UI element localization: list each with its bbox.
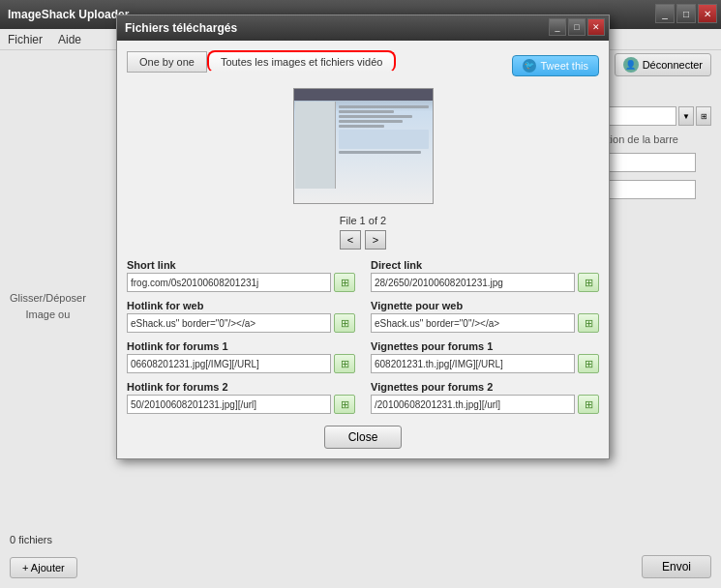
tabs-and-tweet-row: One by one Toutes les images et fichiers… [127, 50, 599, 80]
hotlink-forums2-copy-btn[interactable]: ⊞ [334, 395, 355, 414]
tab2-label: Toutes les images et fichiers vidéo [221, 56, 383, 68]
preview-line6 [339, 151, 421, 154]
vignettes-forums2-input[interactable] [371, 395, 575, 414]
vignettes-forums1-input[interactable] [371, 354, 575, 373]
modal-minimize-button[interactable]: _ [549, 18, 566, 36]
preview-box [339, 130, 429, 149]
modal-close-button[interactable]: ✕ [587, 18, 605, 36]
hotlink-forums1-input[interactable] [127, 354, 331, 373]
right-input[interactable] [599, 153, 696, 172]
tweet-label: Tweet this [540, 60, 588, 72]
hotlink-forums2-input[interactable] [127, 395, 331, 414]
prev-button[interactable]: < [340, 230, 361, 250]
hotlink-forums1-row: ⊞ [127, 354, 355, 373]
hotlink-web-input[interactable] [127, 313, 331, 333]
modal-title: Fichiers téléchargés [125, 21, 237, 35]
disconnect-button[interactable]: 👤 Déconnecter [615, 53, 711, 76]
direct-link-row: ⊞ [371, 273, 599, 292]
link-group-vignette-web: Vignette pour web ⊞ [371, 300, 599, 333]
hotlink-forums2-row: ⊞ [127, 395, 355, 414]
direct-link-input[interactable] [371, 273, 575, 292]
preview-line1 [339, 105, 429, 108]
tabs-container: One by one Toutes les images et fichiers… [127, 50, 396, 73]
modal-titlebar: Fichiers téléchargés _ □ ✕ [117, 15, 609, 41]
ajouter-label: + Ajouter [22, 562, 65, 573]
tweet-button[interactable]: 🐦 Tweet this [512, 55, 599, 76]
twitter-icon: 🐦 [523, 59, 536, 73]
vignettes-forums1-copy-btn[interactable]: ⊞ [578, 354, 599, 373]
vignette-web-copy-btn[interactable]: ⊞ [578, 313, 599, 333]
file-counter-text: File 1 of 2 [340, 215, 386, 226]
preview-area [127, 88, 599, 207]
vignettes-forums2-copy-btn[interactable]: ⊞ [578, 395, 599, 414]
link-group-vignettes-forums1: Vignettes pour forums 1 ⊞ [371, 340, 599, 373]
preview-titlebar [294, 89, 433, 101]
preview-line2 [339, 110, 394, 113]
modal-titlebar-controls: _ □ ✕ [549, 18, 605, 36]
resolution-label: lution de la barre [599, 133, 711, 145]
copy-icon-direct: ⊞ [585, 277, 593, 289]
vignettes-forums1-row: ⊞ [371, 354, 599, 373]
copy-icon-hotlink-f1: ⊞ [341, 358, 349, 370]
combo-row: ▼ ⊞ [599, 106, 711, 126]
envoi-button[interactable]: Envoi [642, 555, 711, 578]
tab-one-by-one[interactable]: One by one [127, 51, 207, 73]
close-modal-label: Close [348, 430, 378, 444]
preview-line3 [339, 115, 412, 118]
envoi-label: Envoi [662, 560, 691, 573]
combo-extra[interactable]: ⊞ [696, 106, 711, 126]
link-group-hotlink-web: Hotlink for web ⊞ [127, 300, 355, 333]
link-group-vignettes-forums2: Vignettes pour forums 2 ⊞ [371, 381, 599, 414]
vignettes-forums1-label: Vignettes pour forums 1 [371, 340, 599, 352]
prev-icon: < [347, 234, 353, 246]
copy-icon-vignettes-f1: ⊞ [585, 358, 593, 370]
preview-line4 [339, 120, 403, 123]
preview-inner-content [294, 89, 433, 203]
nav-buttons: < > [127, 230, 599, 250]
vignette-web-input[interactable] [371, 313, 575, 333]
short-link-row: ⊞ [127, 273, 355, 292]
right-input2[interactable] [599, 180, 696, 199]
menu-fichier[interactable]: Fichier [8, 33, 43, 46]
combo-dropdown[interactable]: ▼ [678, 106, 694, 126]
hotlink-forums1-copy-btn[interactable]: ⊞ [334, 354, 355, 373]
close-modal-button[interactable]: Close [324, 426, 403, 449]
copy-icon-hotlink-web: ⊞ [341, 317, 349, 330]
tab1-label: One by one [139, 56, 195, 68]
preview-line5 [339, 125, 384, 128]
close-app-button[interactable]: ✕ [698, 4, 717, 23]
drop-label: Glisser/DéposerImage ou [10, 290, 86, 322]
vignettes-forums2-row: ⊞ [371, 395, 599, 414]
file-counter: File 1 of 2 [127, 215, 599, 226]
short-link-copy-btn[interactable]: ⊞ [334, 273, 355, 292]
app-title: ImageShack Uploader [8, 8, 129, 21]
link-group-hotlink-forums2: Hotlink for forums 2 ⊞ [127, 381, 355, 414]
link-group-hotlink-forums1: Hotlink for forums 1 ⊞ [127, 340, 355, 373]
minimize-button[interactable]: _ [655, 4, 675, 23]
copy-icon-vignettes-f2: ⊞ [585, 398, 593, 411]
zero-files-label: 0 fichiers [10, 534, 52, 545]
preview-sidebar [295, 102, 336, 189]
next-icon: > [373, 234, 378, 246]
short-link-label: Short link [127, 259, 355, 271]
short-link-input[interactable] [127, 273, 331, 292]
direct-link-copy-btn[interactable]: ⊞ [578, 273, 599, 292]
file-count: 0 fichiers [10, 534, 52, 545]
ajouter-button[interactable]: + Ajouter [10, 557, 77, 578]
hotlink-web-row: ⊞ [127, 313, 355, 333]
vignette-web-label: Vignette pour web [371, 300, 599, 311]
combo-input[interactable] [599, 106, 676, 126]
vignette-web-row: ⊞ [371, 313, 599, 333]
maximize-button[interactable]: □ [676, 4, 696, 23]
modal-maximize-button[interactable]: □ [568, 18, 586, 36]
menu-aide[interactable]: Aide [58, 33, 81, 46]
hotlink-web-copy-btn[interactable]: ⊞ [334, 313, 355, 333]
app-titlebar-controls: _ □ ✕ [655, 4, 717, 23]
preview-image [293, 88, 434, 204]
next-button[interactable]: > [365, 230, 386, 250]
links-grid: Short link ⊞ Direct link ⊞ [127, 259, 599, 414]
link-group-direct: Direct link ⊞ [371, 259, 599, 292]
hotlink-forums2-label: Hotlink for forums 2 [127, 381, 355, 393]
copy-icon-hotlink-f2: ⊞ [341, 398, 349, 411]
tab-all-files[interactable]: Toutes les images et fichiers vidéo [207, 50, 397, 73]
